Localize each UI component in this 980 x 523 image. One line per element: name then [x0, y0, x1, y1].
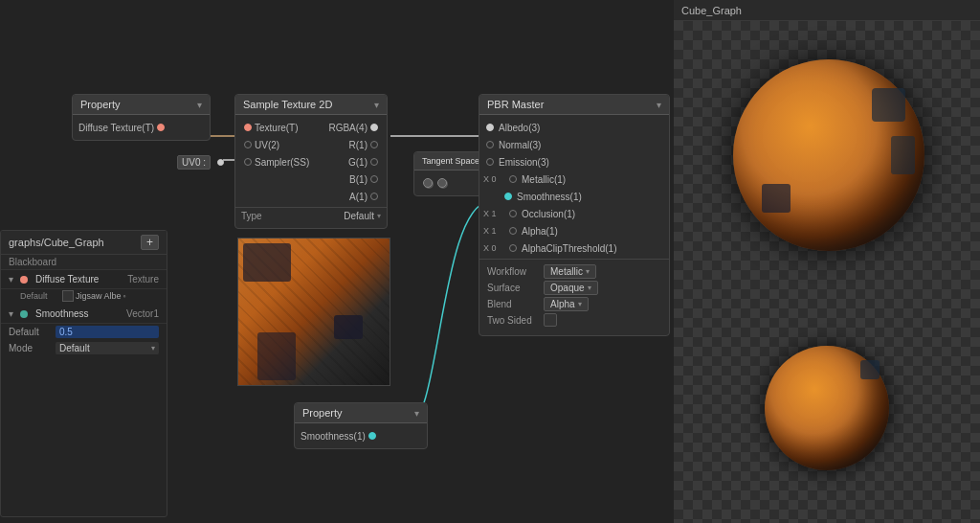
- diffuse-type-label: Texture: [127, 274, 159, 284]
- property-node-body: Diffuse Texture(T): [73, 115, 210, 140]
- property-node[interactable]: Property ▾ Diffuse Texture(T): [72, 94, 211, 141]
- rgba-socket[interactable]: [370, 124, 378, 131]
- texture-input-row: Texture(T) RGBA(4): [235, 119, 387, 136]
- sphere-small-patch: [860, 360, 880, 379]
- metallic-label: Metallic(1): [522, 174, 665, 185]
- a-socket[interactable]: [370, 193, 378, 200]
- albedo-label: Albedo(3): [499, 123, 665, 133]
- tangent-socket-2[interactable]: [437, 178, 447, 188]
- blend-value[interactable]: Alpha ▾: [544, 297, 589, 311]
- preview-panel: [674, 21, 980, 523]
- diffuse-expand-icon[interactable]: ▾: [9, 274, 13, 284]
- smoothness-output-row: Smoothness(1): [295, 427, 427, 444]
- alpha-x-value: X 1: [483, 226, 504, 236]
- two-sided-row: Two Sided: [487, 312, 661, 328]
- alphaclip-label: AlphaClipThreshold(1): [522, 243, 665, 254]
- workflow-section: Workflow Metallic ▾ Surface Opaque ▾ Ble…: [479, 259, 669, 331]
- uv-in-label: UV(2): [255, 140, 279, 150]
- default-label-1: Default: [20, 291, 58, 301]
- sphere-dark-patch-1: [872, 88, 905, 122]
- smoothness-item-label: Smoothness: [35, 308, 89, 319]
- normal-row: Normal(3): [479, 136, 669, 153]
- default-field-value[interactable]: 0.5: [56, 326, 159, 338]
- albedo-socket[interactable]: [486, 124, 494, 131]
- mode-arrow-icon: ▾: [151, 344, 155, 352]
- property2-node[interactable]: Property ▾ Smoothness(1): [294, 402, 428, 449]
- title-bar: Cube_Graph: [674, 0, 980, 21]
- dark-patch-3: [257, 332, 296, 380]
- metallic-x-value: X 0: [483, 174, 504, 184]
- pbr-master-title: PBR Master: [487, 99, 544, 110]
- texture-in-socket[interactable]: [244, 124, 252, 131]
- sphere-dark-patch-2: [891, 136, 915, 174]
- left-panel: graphs/Cube_Graph + Blackboard ▾ Diffuse…: [0, 230, 167, 517]
- sample-expand-icon[interactable]: ▾: [374, 100, 379, 110]
- property-node-title: Property: [80, 99, 121, 110]
- blend-value-text: Alpha: [550, 299, 575, 309]
- workflow-row: Workflow Metallic ▾: [487, 263, 661, 280]
- g-label: G(1): [348, 157, 368, 168]
- workflow-label: Workflow: [487, 266, 540, 277]
- tangent-socket-1[interactable]: [423, 178, 433, 188]
- smoothness-type-label: Vector1: [126, 308, 159, 319]
- uv-input-row: UV(2) R(1): [235, 136, 387, 153]
- uv0-badge[interactable]: UV0 :: [177, 155, 211, 170]
- property2-expand-icon[interactable]: ▾: [414, 408, 419, 419]
- metallic-socket[interactable]: [509, 175, 517, 183]
- smoothness-out-socket[interactable]: [368, 432, 376, 440]
- alpha-row: X 1 Alpha(1): [479, 222, 669, 239]
- pbr-expand-icon[interactable]: ▾: [657, 100, 661, 110]
- default-field: Default 0.5: [1, 324, 167, 340]
- smoothness-expand-icon[interactable]: ▾: [9, 308, 13, 319]
- dark-patch-2: [334, 315, 363, 339]
- sampler-in-socket[interactable]: [244, 158, 252, 166]
- property-expand-icon[interactable]: ▾: [197, 100, 202, 110]
- alphaclip-row: X 0 AlphaClipThreshold(1): [479, 239, 669, 257]
- type-arrow-icon[interactable]: ▾: [377, 212, 381, 220]
- sample-texture-body: Texture(T) RGBA(4) UV(2) R(1) Sampler(SS…: [235, 115, 387, 228]
- uv-in-socket[interactable]: [244, 141, 252, 148]
- normal-socket[interactable]: [486, 141, 494, 148]
- pbr-master-header: PBR Master ▾: [479, 95, 669, 115]
- texture-thumbnail: [237, 238, 390, 386]
- alpha-socket[interactable]: [509, 227, 517, 235]
- blend-arrow-icon: ▾: [578, 300, 582, 308]
- sample-texture-node[interactable]: Sample Texture 2D ▾ Texture(T) RGBA(4) U…: [234, 94, 388, 229]
- property2-header: Property ▾: [295, 403, 427, 423]
- diffuse-texture-socket[interactable]: [157, 124, 165, 131]
- diffuse-dot: [20, 276, 28, 284]
- two-sided-checkbox[interactable]: [544, 313, 557, 327]
- normal-label: Normal(3): [499, 140, 665, 150]
- type-label: Type: [241, 211, 262, 221]
- mode-field-label: Mode: [9, 343, 52, 353]
- occlusion-label: Occlusion(1): [522, 209, 665, 219]
- emission-socket[interactable]: [486, 158, 494, 166]
- occlusion-socket[interactable]: [509, 210, 517, 217]
- uv0-socket[interactable]: [217, 159, 224, 166]
- surface-value[interactable]: Opaque ▾: [544, 281, 598, 295]
- sample-texture-header: Sample Texture 2D ▾: [235, 95, 387, 115]
- mode-dropdown[interactable]: Default ▾: [56, 342, 159, 354]
- alphaclip-socket[interactable]: [509, 244, 517, 252]
- r-socket[interactable]: [370, 141, 378, 148]
- r-label: R(1): [349, 140, 368, 150]
- a-label: A(1): [349, 192, 368, 202]
- jigsaw-value[interactable]: Jigsaw Albe ◦: [62, 290, 126, 302]
- type-value: Default: [344, 211, 374, 221]
- b-label: B(1): [349, 174, 368, 185]
- surface-row: Surface Opaque ▾: [487, 280, 661, 296]
- texture-icon: [62, 290, 74, 302]
- default-field-label: Default: [9, 327, 52, 337]
- smoothness-pbr-row: Smoothness(1): [479, 188, 669, 205]
- metallic-row: X 0 Metallic(1): [479, 171, 669, 188]
- pbr-master-node[interactable]: PBR Master ▾ Albedo(3) Normal(3) Emissio…: [479, 94, 670, 336]
- sphere-preview-large: [733, 59, 924, 251]
- workflow-value[interactable]: Metallic ▾: [544, 264, 596, 279]
- smoothness-socket[interactable]: [504, 193, 512, 200]
- g-socket[interactable]: [370, 158, 378, 166]
- add-button[interactable]: +: [141, 235, 159, 250]
- alphaclip-x-value: X 0: [483, 243, 504, 253]
- occlusion-x-value: X 1: [483, 209, 504, 218]
- blend-label: Blend: [487, 299, 540, 309]
- b-socket[interactable]: [370, 175, 378, 183]
